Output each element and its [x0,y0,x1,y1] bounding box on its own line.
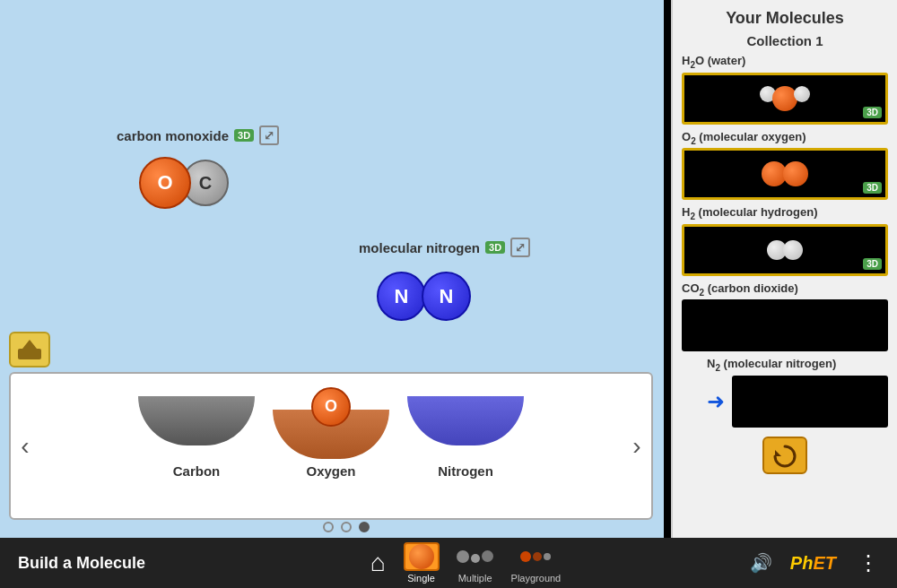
pagination-dot-3[interactable] [359,522,370,532]
upload-button[interactable] [9,332,50,368]
svg-marker-1 [22,340,37,349]
main-canvas: carbon monoxide 3D ⤢ O C molecular nitro… [0,0,664,538]
nitrogen-atom-1[interactable]: N [377,272,426,321]
multiple-tab-label: Multiple [458,573,492,584]
kit-items-container: Carbon O Oxygen Nitrogen [39,396,623,497]
panel-n2-preview[interactable] [732,376,888,428]
oxygen-kit-item[interactable]: O Oxygen [273,396,389,479]
oxygen-bowl[interactable]: O [273,396,389,459]
home-button[interactable]: ⌂ [370,549,386,577]
oxygen-kit-label: Oxygen [306,463,355,479]
svg-marker-2 [775,450,781,456]
co-molecule-atoms: O C [139,157,229,209]
water-entry: H2O (water) 3D [682,54,888,125]
h2-atom2 [783,240,803,260]
svg-rect-0 [18,349,41,359]
multiple-tab-icon[interactable] [457,542,493,571]
co-label: carbon monoxide 3D ⤢ [117,125,279,145]
h2-entry: H2 (molecular hydrogen) 3D [682,205,888,276]
panel-n2-name: N2 (molecular nitrogen) [707,357,888,373]
nitrogen-bowl-shape [407,396,524,445]
carbon-bowl[interactable] [138,396,255,459]
h2-atoms [767,240,803,260]
water-o [772,86,797,111]
collection-label: Collection 1 [746,33,823,48]
playground-tab-label: Playground [511,573,562,584]
multiple-atom-visual [457,550,493,563]
molecules-panel: Your Molecules Collection 1 H2O (water) … [671,0,897,538]
nitrogen-kit-label: Nitrogen [438,463,493,479]
oxygen-atom-co[interactable]: O [139,157,191,209]
carbon-bowl-shape [138,396,255,445]
h2-3d-badge[interactable]: 3D [863,258,882,270]
n2-expand-icon[interactable]: ⤢ [510,238,530,257]
carbon-kit-label: Carbon [173,463,221,479]
o2-atoms [762,161,808,186]
co2-entry: CO2 (carbon dioxide) [682,281,888,352]
panel-title: Your Molecules [726,9,844,28]
co-text: carbon monoxide [117,128,229,143]
n2-3d-badge[interactable]: 3D [485,241,505,254]
co2-name: CO2 (carbon dioxide) [682,281,888,298]
h2-name: H2 (molecular hydrogen) [682,205,888,221]
nitrogen-bowl[interactable] [407,396,524,459]
water-name: H2O (water) [682,54,888,70]
o2-entry: O2 (molecular oxygen) 3D [682,130,888,201]
o2-name: O2 (molecular oxygen) [682,130,888,146]
kit-prev-button[interactable]: ‹ [11,374,39,518]
n2-arrow-icon: ➜ [707,389,725,414]
n2-text: molecular nitrogen [359,240,480,255]
bottom-bar: Build a Molecule ⌂ Single Multiple P [0,538,897,588]
single-tab-icon[interactable] [404,542,440,571]
water-atoms [760,86,810,111]
refresh-button[interactable] [762,437,807,474]
kit-area: ‹ Carbon O Oxygen [9,372,653,520]
single-tab-label: Single [407,573,435,584]
sound-button[interactable]: 🔊 [750,552,772,574]
carbon-kit-item[interactable]: Carbon [138,396,255,479]
app-title: Build a Molecule [18,554,145,573]
h2-preview[interactable]: 3D [682,224,888,276]
n2-molecule-atoms: N N [377,272,471,321]
playground-tab-icon[interactable] [518,542,553,571]
phet-logo: PhET [790,553,836,574]
co2-preview[interactable] [682,299,888,351]
tab-single[interactable]: Single [404,542,440,584]
o2-atom2 [783,161,808,186]
co-3d-badge[interactable]: 3D [234,129,254,142]
o2-preview[interactable]: 3D [682,148,888,200]
o2-3d-badge[interactable]: 3D [863,182,882,194]
tab-multiple[interactable]: Multiple [457,542,493,584]
single-atom-visual [409,544,434,569]
kit-next-button[interactable]: › [623,374,651,518]
water-preview[interactable]: 3D [682,73,888,125]
kit-pagination [323,522,370,532]
tab-playground[interactable]: Playground [511,542,562,584]
nitrogen-kit-item[interactable]: Nitrogen [407,396,524,479]
n2-label: molecular nitrogen 3D ⤢ [359,238,530,257]
menu-button[interactable]: ⋮ [858,550,879,575]
nitrogen-atom-2[interactable]: N [422,272,471,321]
panel-n2-entry: N2 (molecular nitrogen) ➜ [682,357,888,428]
oxygen-atom-in-bowl[interactable]: O [311,387,351,427]
water-h2 [794,86,810,102]
co-expand-icon[interactable]: ⤢ [259,125,279,145]
water-3d-badge[interactable]: 3D [863,107,882,118]
pagination-dot-2[interactable] [341,522,352,532]
pagination-dot-1[interactable] [323,522,334,532]
